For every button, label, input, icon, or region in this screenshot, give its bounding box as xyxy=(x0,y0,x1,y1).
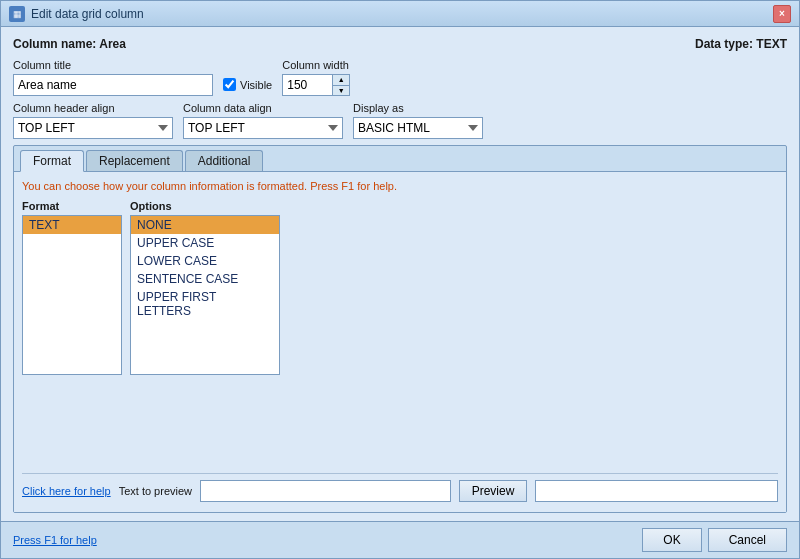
visible-group: Visible xyxy=(223,78,272,91)
visible-label: Visible xyxy=(240,79,272,91)
footer-buttons: OK Cancel xyxy=(642,528,787,552)
column-data-align-select[interactable]: TOP LEFT TOP CENTER TOP RIGHT CENTER LEF… xyxy=(183,117,343,139)
column-width-label: Column width xyxy=(282,59,350,71)
text-to-preview-label: Text to preview xyxy=(119,485,192,497)
dialog-footer: Press F1 for help OK Cancel xyxy=(1,521,799,558)
spin-up-button[interactable]: ▲ xyxy=(333,75,349,86)
options-list-label: Options xyxy=(130,200,280,212)
visible-checkbox[interactable] xyxy=(223,78,236,91)
column-header-align-select[interactable]: TOP LEFT TOP CENTER TOP RIGHT CENTER LEF… xyxy=(13,117,173,139)
column-width-group: Column width ▲ ▼ xyxy=(282,59,350,96)
column-data-align-label: Column data align xyxy=(183,102,343,114)
column-data-align-group: Column data align TOP LEFT TOP CENTER TO… xyxy=(183,102,343,139)
display-as-group: Display as BASIC HTML PLAIN TEXT RICH HT… xyxy=(353,102,483,139)
options-list-box[interactable]: NONE UPPER CASE LOWER CASE SENTENCE CASE… xyxy=(130,215,280,375)
edit-data-grid-dialog: ▦ Edit data grid column × Column name: A… xyxy=(0,0,800,559)
title-bar-left: ▦ Edit data grid column xyxy=(9,6,144,22)
help-link[interactable]: Click here for help xyxy=(22,485,111,497)
title-bar: ▦ Edit data grid column × xyxy=(1,1,799,27)
format-tab-content: You can choose how your column informati… xyxy=(14,171,786,512)
option-upper-case[interactable]: UPPER CASE xyxy=(131,234,279,252)
format-list-label: Format xyxy=(22,200,122,212)
ok-button[interactable]: OK xyxy=(642,528,701,552)
display-as-select[interactable]: BASIC HTML PLAIN TEXT RICH HTML xyxy=(353,117,483,139)
preview-result xyxy=(535,480,778,502)
cancel-button[interactable]: Cancel xyxy=(708,528,787,552)
tab-bar: Format Replacement Additional xyxy=(14,146,786,171)
column-width-spinbox: ▲ ▼ xyxy=(282,74,350,96)
dialog-title: Edit data grid column xyxy=(31,7,144,21)
option-none[interactable]: NONE xyxy=(131,216,279,234)
data-type: Data type: TEXT xyxy=(695,37,787,51)
tab-replacement[interactable]: Replacement xyxy=(86,150,183,171)
dialog-icon: ▦ xyxy=(9,6,25,22)
column-title-input[interactable] xyxy=(13,74,213,96)
preview-button[interactable]: Preview xyxy=(459,480,528,502)
format-list-box[interactable]: TEXT xyxy=(22,215,122,375)
column-header-align-group: Column header align TOP LEFT TOP CENTER … xyxy=(13,102,173,139)
spin-buttons: ▲ ▼ xyxy=(332,74,350,96)
preview-text-input[interactable] xyxy=(200,480,451,502)
column-header-align-label: Column header align xyxy=(13,102,173,114)
spin-down-button[interactable]: ▼ xyxy=(333,86,349,96)
option-lower-case[interactable]: LOWER CASE xyxy=(131,252,279,270)
footer-help-link[interactable]: Press F1 for help xyxy=(13,534,97,546)
column-title-label: Column title xyxy=(13,59,213,71)
option-upper-first-letters[interactable]: UPPER FIRST LETTERS xyxy=(131,288,279,320)
column-name: Column name: Area xyxy=(13,37,126,51)
option-sentence-case[interactable]: SENTENCE CASE xyxy=(131,270,279,288)
tab-additional[interactable]: Additional xyxy=(185,150,264,171)
format-help-text: You can choose how your column informati… xyxy=(22,180,778,192)
options-list-section: Options NONE UPPER CASE LOWER CASE SENTE… xyxy=(130,200,280,465)
title-width-row: Column title Visible Column width ▲ ▼ xyxy=(13,59,787,96)
dialog-body: Column name: Area Data type: TEXT Column… xyxy=(1,27,799,521)
format-list-section: Format TEXT xyxy=(22,200,122,465)
column-width-input[interactable] xyxy=(282,74,332,96)
tabs-container: Format Replacement Additional You can ch… xyxy=(13,145,787,513)
format-item-text[interactable]: TEXT xyxy=(23,216,121,234)
column-title-group: Column title xyxy=(13,59,213,96)
format-options-area: Format TEXT Options NONE UPPER CASE LOWE… xyxy=(22,200,778,465)
column-info-row: Column name: Area Data type: TEXT xyxy=(13,35,787,53)
close-button[interactable]: × xyxy=(773,5,791,23)
align-row: Column header align TOP LEFT TOP CENTER … xyxy=(13,102,787,139)
preview-row: Click here for help Text to preview Prev… xyxy=(22,473,778,504)
tab-format[interactable]: Format xyxy=(20,150,84,172)
display-as-label: Display as xyxy=(353,102,483,114)
